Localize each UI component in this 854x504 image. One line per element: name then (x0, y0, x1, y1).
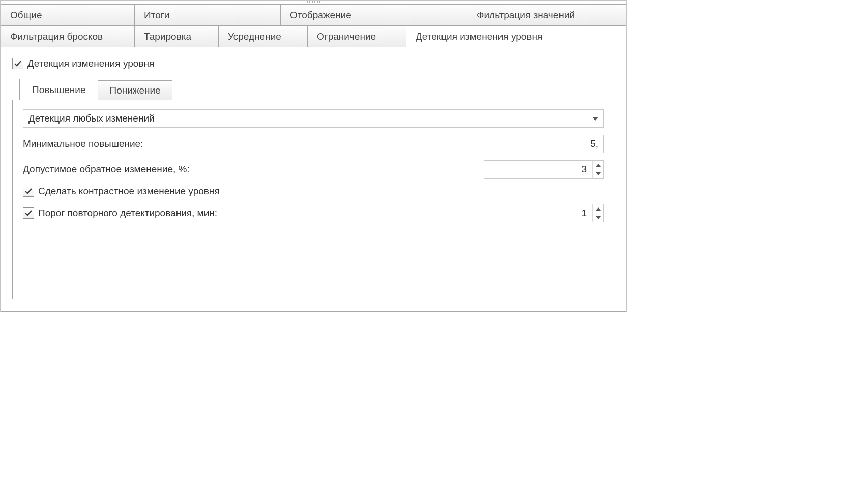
chevron-down-icon (592, 117, 598, 121)
tab-label: Тарировка (144, 31, 191, 42)
drag-grip[interactable] (1, 1, 626, 4)
caret-down-icon (596, 172, 601, 175)
min-raise-row: Минимальное повышение: 5, (23, 135, 604, 153)
tab-label: Фильтрация значений (477, 10, 575, 20)
min-raise-value: 5, (590, 138, 598, 150)
tab-page-level-detection: Детекция изменения уровня Повышение Пони… (1, 47, 626, 312)
settings-panel: Общие Итоги Отображение Фильтрация значе… (0, 0, 627, 312)
spin-down-button[interactable] (593, 169, 603, 178)
enable-detection-row: Детекция изменения уровня (12, 58, 614, 69)
outer-tab-control: Общие Итоги Отображение Фильтрация значе… (1, 4, 626, 312)
contrast-row: Сделать контрастное изменение уровня (23, 186, 604, 197)
tab-label: Итоги (144, 10, 169, 20)
tab-totals[interactable]: Итоги (134, 4, 281, 26)
caret-down-icon (596, 216, 601, 219)
tab-decrease[interactable]: Понижение (98, 80, 172, 100)
direction-tabstrip: Повышение Понижение (12, 80, 614, 100)
spinner-buttons (592, 161, 603, 178)
spin-up-button[interactable] (593, 161, 603, 169)
repeat-threshold-check-row: Порог повторного детектирования, мин: (23, 207, 217, 219)
allowed-reverse-label: Допустимое обратное изменение, %: (23, 164, 190, 175)
repeat-threshold-label: Порог повторного детектирования, мин: (38, 207, 217, 219)
tab-display[interactable]: Отображение (280, 4, 467, 26)
outer-tab-row-1: Общие Итоги Отображение Фильтрация значе… (1, 4, 626, 26)
check-icon (24, 209, 33, 217)
caret-up-icon (596, 164, 601, 167)
direction-tab-control: Повышение Понижение Детекция любых измен… (12, 80, 614, 299)
combo-value: Детекция любых изменений (28, 113, 155, 124)
tab-value-filter[interactable]: Фильтрация значений (467, 4, 626, 26)
spinner-buttons (592, 204, 603, 222)
tab-calibration[interactable]: Тарировка (134, 25, 219, 47)
check-icon (14, 60, 22, 68)
allowed-reverse-row: Допустимое обратное изменение, %: 3 (23, 160, 604, 179)
tab-label: Отображение (290, 10, 351, 20)
tab-increase[interactable]: Повышение (19, 79, 98, 100)
detection-mode-combo[interactable]: Детекция любых изменений (23, 109, 604, 128)
caret-up-icon (596, 207, 601, 211)
tab-label: Усреднение (228, 31, 281, 42)
min-raise-input[interactable]: 5, (484, 135, 604, 153)
min-raise-label: Минимальное повышение: (23, 138, 143, 150)
check-icon (24, 187, 33, 195)
repeat-threshold-checkbox[interactable] (23, 207, 34, 219)
tab-label: Понижение (109, 85, 160, 96)
tab-common[interactable]: Общие (1, 4, 135, 26)
tab-spike-filter[interactable]: Фильтрация бросков (1, 25, 135, 47)
tab-label: Ограничение (317, 31, 376, 42)
spin-down-button[interactable] (593, 213, 603, 222)
tab-limiting[interactable]: Ограничение (307, 25, 406, 47)
contrast-label: Сделать контрастное изменение уровня (38, 186, 220, 197)
tab-label: Фильтрация бросков (10, 31, 103, 42)
enable-detection-label: Детекция изменения уровня (27, 58, 154, 69)
tab-label: Детекция изменения уровня (416, 31, 542, 42)
repeat-threshold-spinner[interactable]: 1 (484, 204, 604, 222)
outer-tab-row-2: Фильтрация бросков Тарировка Усреднение … (1, 25, 626, 47)
allowed-reverse-spinner[interactable]: 3 (484, 160, 604, 179)
tab-label: Общие (10, 10, 42, 20)
allowed-reverse-value: 3 (484, 161, 592, 178)
repeat-threshold-value: 1 (484, 204, 592, 222)
increase-page: Детекция любых изменений Минимальное пов… (12, 100, 614, 299)
tab-averaging[interactable]: Усреднение (218, 25, 308, 47)
repeat-threshold-row: Порог повторного детектирования, мин: 1 (23, 204, 604, 222)
spin-up-button[interactable] (593, 204, 603, 213)
tab-label: Повышение (32, 84, 85, 95)
contrast-checkbox[interactable] (23, 186, 34, 197)
tab-level-change-detection[interactable]: Детекция изменения уровня (406, 25, 626, 47)
enable-detection-checkbox[interactable] (12, 58, 23, 69)
